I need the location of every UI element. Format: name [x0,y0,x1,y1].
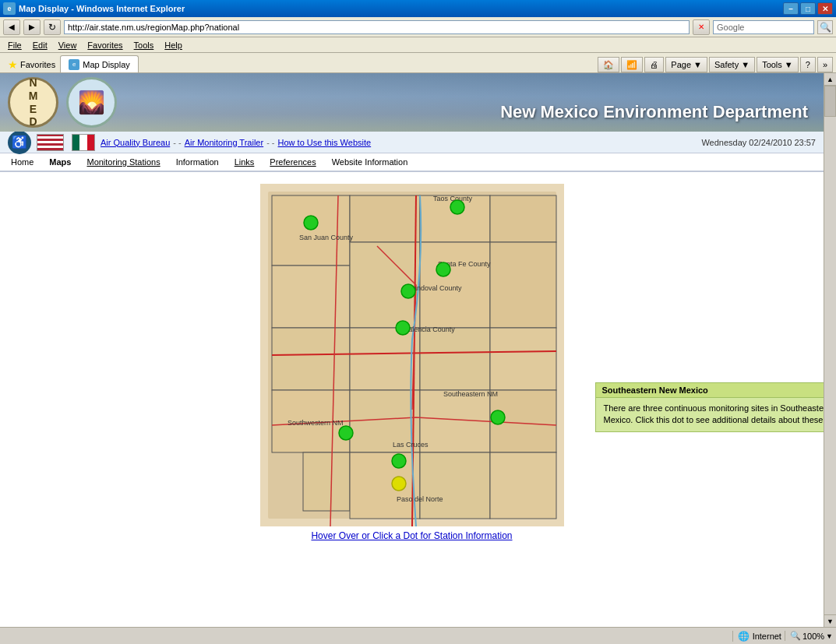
current-date: Wednesday 02/24/2010 23:57 [701,138,816,147]
zoom-chevron: ▼ [826,632,833,640]
svg-rect-6 [272,266,350,328]
svg-rect-20 [420,452,490,519]
menu-view[interactable]: View [54,40,82,51]
search-button[interactable]: 🔍 [817,20,833,34]
page-header: N M E D 🌄 New Mexico Environment Departm… [0,73,824,132]
content-area: N M E D 🌄 New Mexico Environment Departm… [0,73,836,627]
menu-tools[interactable]: Tools [129,40,159,51]
nm-logo: 🌄 [66,77,117,128]
scroll-down-button[interactable]: ▼ [824,614,836,627]
dot-san-juan [304,216,318,230]
map-wrapper: San Juan County Taos County Santa Fe Cou… [260,180,564,541]
dot-southeastern [491,410,505,424]
svg-text:Las Cruces: Las Cruces [393,441,429,449]
back-button[interactable]: ◀ [3,19,20,35]
dot-valencia [396,321,410,335]
browser-icon: e [3,2,16,15]
how-to-link[interactable]: How to Use this Website [278,138,372,147]
svg-rect-19 [350,452,420,519]
nav-website-info[interactable]: Website Information [325,155,415,169]
scroll-thumb[interactable] [824,86,836,117]
zoom-level: 100% [802,632,824,641]
minimize-button[interactable]: – [783,2,799,15]
feeds-button[interactable]: 📶 [621,57,643,72]
home-button[interactable]: 🏠 [598,57,619,72]
svg-rect-10 [272,328,350,390]
nmed-logo: N M E D [8,77,58,128]
svg-text:Paso del Norte: Paso del Norte [397,495,443,503]
menu-favorites[interactable]: Favorites [83,40,127,51]
print-button[interactable]: 🖨 [644,57,664,72]
svg-text:Southeastern NM: Southeastern NM [443,390,498,398]
sub-header: ♿ Air Quality Bureau - - Air Monitoring … [0,132,824,153]
window-controls: – □ ✕ [783,2,833,15]
favorites-star-icon: ★ [8,58,18,71]
nav-bar: Home Maps Monitoring Stations Informatio… [0,153,824,172]
svg-rect-3 [350,195,420,242]
nmed-d: D [29,115,37,128]
more-button[interactable]: » [817,57,833,72]
safety-button[interactable]: Safety ▼ [709,57,755,72]
dot-taos [450,200,464,214]
org-name: New Mexico Environment Department [500,102,808,122]
toolbar-right: 🏠 📶 🖨 Page ▼ Safety ▼ Tools ▼ ? » [598,57,833,72]
address-field[interactable]: http://air.state.nm.us/regionMap.php?nat… [64,20,690,34]
menu-edit[interactable]: Edit [28,40,52,51]
scrollbar[interactable]: ▲ ▼ [824,73,836,627]
nav-maps[interactable]: Maps [42,155,78,169]
search-input[interactable]: Google [713,20,814,34]
nav-preferences[interactable]: Preferences [263,155,323,169]
svg-text:San Juan County: San Juan County [299,234,354,241]
svg-rect-18 [303,452,350,511]
nav-monitoring-stations[interactable]: Monitoring Stations [79,155,167,169]
favorites-button[interactable]: ★ Favorites [3,57,60,72]
nav-information[interactable]: Information [169,155,226,169]
svg-rect-9 [490,242,556,328]
zoom-area[interactable]: 🔍 100% ▼ [785,631,833,641]
address-bar: ◀ ▶ ↻ http://air.state.nm.us/regionMap.p… [0,17,836,37]
dot-paso-del-norte [392,477,406,491]
window-title: Map Display - Windows Internet Explorer [19,4,185,13]
accessibility-icon[interactable]: ♿ [8,131,31,154]
us-flag [37,134,64,151]
page-area: N M E D 🌄 New Mexico Environment Departm… [0,73,824,627]
zoom-icon: 🔍 [790,631,801,641]
refresh-button[interactable]: ↻ [44,19,61,35]
status-bar: 🌐 Internet 🔍 100% ▼ [0,627,836,644]
svg-rect-5 [490,195,556,242]
tools-button[interactable]: Tools ▼ [757,57,799,72]
maximize-button[interactable]: □ [800,2,816,15]
dot-las-cruces [392,454,406,468]
menu-bar: File Edit View Favorites Tools Help [0,37,836,53]
main-content: San Juan County Taos County Santa Fe Cou… [0,172,824,549]
tooltip-body: There are three continuous monitoring si… [595,398,824,432]
hover-text: Hover Over or Click a Dot for Station In… [311,530,512,541]
dot-santa-fe [436,262,450,276]
menu-help[interactable]: Help [160,40,187,51]
scroll-track[interactable] [824,86,836,614]
close-button[interactable]: ✕ [817,2,833,15]
map-container[interactable]: San Juan County Taos County Santa Fe Cou… [260,184,564,526]
scroll-up-button[interactable]: ▲ [824,73,836,86]
menu-file[interactable]: File [3,40,26,51]
tooltip-header: Southeastern New Mexico [595,382,824,398]
page-button[interactable]: Page ▼ [665,57,707,72]
svg-rect-13 [490,328,556,390]
nmed-e: E [30,103,37,116]
forward-button[interactable]: ▶ [23,19,41,35]
stop-button[interactable]: ✕ [693,19,710,35]
air-monitoring-link[interactable]: Air Monitoring Trailer [185,138,263,147]
nmed-n: N [29,76,37,90]
title-bar: e Map Display - Windows Internet Explore… [0,0,836,17]
nav-home[interactable]: Home [4,155,41,169]
tabs-bar: ★ Favorites e Map Display 🏠 📶 🖨 Page ▼ S… [0,53,836,73]
address-text: http://air.state.nm.us/regionMap.php?nat… [68,23,239,32]
map-display-tab[interactable]: e Map Display [60,55,139,72]
tab-favicon: e [69,59,79,70]
nmed-m: M [29,90,38,103]
nav-links[interactable]: Links [228,155,262,169]
help-button[interactable]: ? [800,57,816,72]
sub-header-links: ♿ Air Quality Bureau - - Air Monitoring … [8,131,371,154]
nm-map-svg: San Juan County Taos County Santa Fe Cou… [260,184,564,526]
aqb-link[interactable]: Air Quality Bureau [101,138,170,147]
